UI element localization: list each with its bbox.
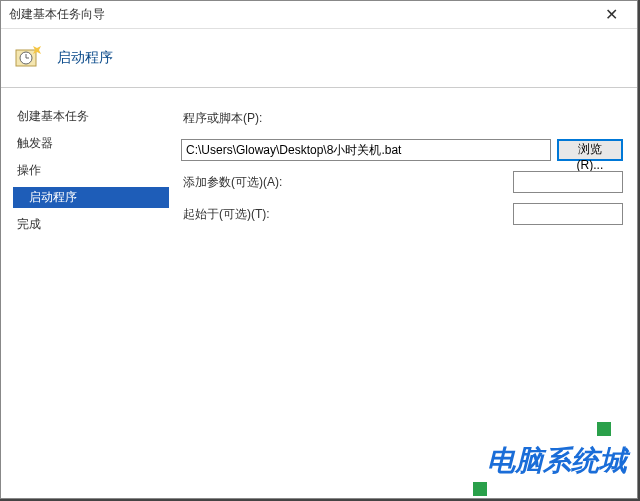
decor-block [597,422,611,436]
wizard-window: 创建基本任务向导 ✕ 启动程序 创建基本任务 触发器 操作 启动程序 完成 [0,0,638,499]
window-title: 创建基本任务向导 [9,6,593,23]
start-in-label: 起始于(可选)(T): [181,206,513,223]
decor-block [473,482,487,496]
page-header: 启动程序 [1,29,637,87]
sidebar-item-start-program[interactable]: 启动程序 [13,187,169,208]
close-icon: ✕ [605,5,618,24]
sidebar-item-action[interactable]: 操作 [13,160,169,181]
wizard-body: 创建基本任务 触发器 操作 启动程序 完成 程序或脚本(P): 浏览(R)...… [1,88,637,498]
wizard-icon [13,42,45,74]
program-script-label: 程序或脚本(P): [181,110,287,127]
close-button[interactable]: ✕ [593,1,629,28]
add-arguments-input[interactable] [513,171,623,193]
wizard-steps-sidebar: 创建基本任务 触发器 操作 启动程序 完成 [1,88,181,498]
sidebar-item-trigger[interactable]: 触发器 [13,133,169,154]
browse-button[interactable]: 浏览(R)... [557,139,623,161]
main-panel: 程序或脚本(P): 浏览(R)... 添加参数(可选)(A): 起始于(可选)(… [181,88,637,498]
program-script-input[interactable] [181,139,551,161]
sidebar-item-finish[interactable]: 完成 [13,214,169,235]
page-title: 启动程序 [57,49,113,67]
add-arguments-label: 添加参数(可选)(A): [181,174,513,191]
sidebar-item-create-task[interactable]: 创建基本任务 [13,106,169,127]
start-in-input[interactable] [513,203,623,225]
titlebar: 创建基本任务向导 ✕ [1,1,637,29]
